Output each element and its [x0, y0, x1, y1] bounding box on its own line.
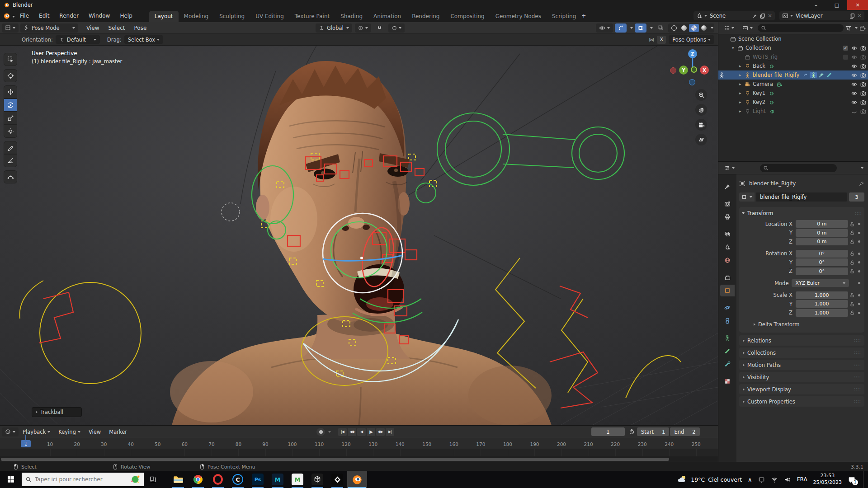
lock-icon[interactable] [848, 239, 857, 244]
auto-key-record-button[interactable] [316, 428, 325, 436]
camera-visibility-icon[interactable] [860, 63, 866, 69]
outliner-row-light[interactable]: ▸Light [718, 107, 868, 116]
minimize-button[interactable]: – [806, 0, 826, 10]
properties-tab-constraints[interactable] [720, 315, 735, 327]
proportional-editing-dropdown[interactable] [388, 23, 405, 33]
drag-setting-dropdown[interactable]: Select Box [124, 35, 164, 44]
menu-help[interactable]: Help [115, 13, 137, 19]
animate-dot-icon[interactable] [857, 270, 862, 272]
ortho-grid-icon[interactable] [695, 134, 707, 145]
tab-compositing[interactable]: Compositing [445, 11, 490, 22]
tool-scale[interactable] [4, 112, 17, 125]
animate-dot-icon[interactable] [857, 303, 862, 305]
viewport-menu-view[interactable]: View [82, 25, 104, 31]
volume-icon[interactable] [784, 476, 791, 483]
prev-keyframe-button[interactable]: ◀◆ [348, 428, 356, 436]
expand-arrow-icon[interactable]: ▸ [739, 109, 745, 113]
taskbar-app-chrome[interactable] [188, 471, 208, 488]
panel-drag-handle[interactable]: ∷∷ [854, 338, 861, 343]
lock-icon[interactable] [848, 230, 857, 235]
transform-value-field[interactable]: 0 m [796, 238, 848, 245]
new-scene-icon[interactable] [760, 13, 765, 19]
eye-icon[interactable] [851, 81, 857, 87]
scene-selector[interactable]: Scene ✕ [693, 11, 775, 20]
end-frame-field[interactable]: End2 [670, 427, 699, 436]
navigation-gizmo[interactable]: Z Y X [668, 48, 710, 90]
panel-drag-handle[interactable]: ∷∷ [855, 211, 862, 216]
users-count-badge[interactable]: 3 [849, 192, 864, 202]
transform-value-field[interactable]: 1.000 [796, 309, 848, 317]
camera-visibility-icon[interactable] [860, 72, 866, 78]
properties-tab-view-layer[interactable] [720, 228, 735, 240]
show-overlays-toggle[interactable] [635, 23, 646, 33]
transform-value-field[interactable]: 0 m [796, 229, 848, 237]
camera-visibility-icon[interactable] [860, 81, 866, 87]
pin-icon[interactable] [752, 13, 757, 19]
wifi-icon[interactable] [771, 476, 778, 483]
rendered-shading-button[interactable] [699, 24, 709, 32]
lock-icon[interactable] [848, 292, 857, 298]
tool-annotate[interactable] [4, 141, 17, 154]
properties-tab-data[interactable] [720, 332, 735, 344]
use-preview-range-icon[interactable] [627, 428, 636, 436]
properties-tab-collection[interactable] [720, 272, 735, 283]
taskbar-app-maya-creative[interactable]: M [288, 471, 307, 488]
close-button[interactable]: ✕ [847, 0, 868, 10]
animate-dot-icon[interactable] [857, 232, 862, 234]
panel-collections[interactable]: Collections∷∷ [739, 347, 864, 358]
current-frame-field[interactable]: 1 [591, 427, 625, 436]
tab-animation[interactable]: Animation [368, 11, 406, 22]
outliner-row-wgts-rig[interactable]: WGTS_rig [718, 52, 868, 61]
object-id-icon-button[interactable] [739, 192, 755, 202]
play-reverse-button[interactable]: ◀ [357, 428, 366, 436]
tool-tweak-select[interactable] [4, 53, 17, 66]
view-layer-selector[interactable]: ViewLayer ✕ [779, 11, 864, 20]
taskbar-app-file-explorer[interactable] [168, 471, 188, 488]
lock-icon[interactable] [848, 310, 857, 315]
scrollbar-handle[interactable] [1, 458, 669, 461]
collection-checkbox[interactable]: ✓ [843, 46, 848, 51]
outliner-row-collection[interactable]: ▾Collection✓ [718, 43, 868, 52]
editor-type-button[interactable] [2, 23, 19, 33]
gizmo-z-axis[interactable]: Z [688, 49, 697, 58]
eye-icon[interactable] [851, 63, 857, 69]
tab-modeling[interactable]: Modeling [179, 11, 214, 22]
lock-icon[interactable] [848, 251, 857, 256]
tool-pose-breakdowner[interactable] [4, 170, 17, 183]
properties-search-input[interactable] [760, 164, 837, 172]
outliner-row-key1[interactable]: ▸Key1 [718, 89, 868, 98]
expand-arrow-icon[interactable]: ▸ [739, 73, 745, 77]
next-keyframe-button[interactable]: ◆▶ [376, 428, 385, 436]
animate-dot-icon[interactable] [857, 223, 862, 225]
delta-transform-subpanel[interactable]: Delta Transform [742, 320, 862, 329]
properties-tab-bone[interactable] [720, 345, 735, 357]
panel-relations[interactable]: Relations∷∷ [739, 335, 864, 346]
timeline-track[interactable] [0, 449, 718, 456]
eye-icon[interactable] [851, 54, 857, 60]
notification-center-icon[interactable]: 1 [848, 476, 855, 483]
orientation-dropdown[interactable]: Global [316, 23, 352, 33]
mode-dropdown[interactable]: Pose Mode [20, 23, 78, 33]
timeline-editor-type-button[interactable] [2, 427, 19, 436]
visibility-dropdown[interactable] [596, 23, 613, 33]
outliner-display-mode-button[interactable] [739, 23, 756, 33]
tab-shading[interactable]: Shading [335, 11, 368, 22]
animate-dot-icon[interactable] [857, 240, 862, 243]
pose-options-dropdown[interactable]: Pose Options [669, 35, 714, 44]
panel-visibility[interactable]: Visibility∷∷ [739, 372, 864, 382]
camera-view-icon[interactable] [695, 119, 707, 131]
start-button[interactable] [0, 471, 22, 488]
play-button[interactable]: ▶ [367, 428, 375, 436]
snap-toggle[interactable] [374, 23, 386, 33]
menu-render[interactable]: Render [54, 13, 84, 19]
taskbar-app-c-app[interactable]: C [228, 471, 248, 488]
outliner-row-blender-file-rigify[interactable]: ▸blender file_Rigify [718, 70, 868, 80]
show-gizmo-toggle[interactable] [615, 23, 627, 33]
camera-visibility-icon[interactable] [860, 54, 866, 60]
tab-sculpting[interactable]: Sculpting [214, 11, 250, 22]
gizmo-y-axis[interactable]: Y [679, 66, 688, 75]
outliner-editor-type-button[interactable] [721, 23, 737, 33]
xray-toggle[interactable] [655, 23, 666, 33]
tool-rotate[interactable] [4, 99, 17, 112]
taskbar-app-photoshop[interactable]: Ps [248, 471, 268, 488]
